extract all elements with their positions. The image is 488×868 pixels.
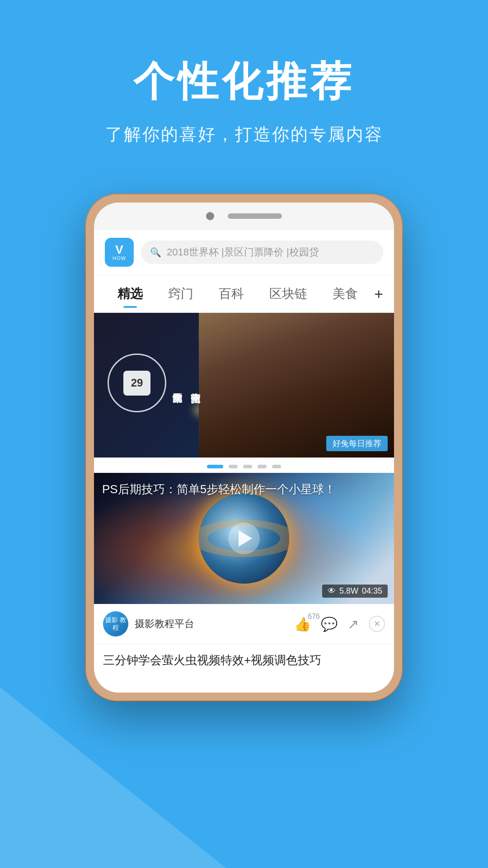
like-count: 676 — [308, 613, 320, 621]
calendar-icon: 29 — [123, 371, 150, 396]
author-avatar: 摄影 教程 — [103, 611, 128, 637]
carousel-dot-3[interactable] — [243, 465, 252, 468]
phone-top-bar — [94, 203, 394, 230]
video-footer: 摄影 教程 摄影教程平台 👍 676 💬 ↗ ✕ — [94, 604, 394, 644]
app-content: V HOW 🔍 2018世界杯 |景区门票降价 |校园贷 精选 窍门 百科 区块… — [94, 230, 394, 693]
play-icon — [239, 530, 252, 547]
video-card[interactable]: PS后期技巧：简单5步轻松制作一个小星球！ 👁 5.8W 04:35 摄影 教程… — [94, 473, 394, 644]
app-header: V HOW 🔍 2018世界杯 |景区门票降价 |校园贷 — [94, 230, 394, 275]
phone-outer-frame: V HOW 🔍 2018世界杯 |景区门票降价 |校园贷 精选 窍门 百科 区块… — [86, 194, 402, 701]
carousel-dot-4[interactable] — [258, 465, 267, 468]
search-icon: 🔍 — [150, 247, 161, 258]
video-meta: 👁 5.8W 04:35 — [322, 585, 388, 598]
phone-screen: V HOW 🔍 2018世界杯 |景区门票降价 |校园贷 精选 窍门 百科 区块… — [94, 203, 394, 693]
search-bar[interactable]: 🔍 2018世界杯 |景区门票降价 |校园贷 — [141, 241, 383, 264]
search-placeholder-text: 2018世界杯 |景区门票降价 |校园贷 — [167, 245, 319, 259]
video-thumbnail[interactable]: PS后期技巧：简单5步轻松制作一个小星球！ 👁 5.8W 04:35 — [94, 473, 394, 604]
logo-letter: V — [115, 244, 123, 255]
author-name: 摄影教程平台 — [135, 617, 288, 631]
tab-jingxuan[interactable]: 精选 — [105, 282, 155, 306]
header-section: 个性化推荐 了解你的喜好，打造你的专属内容 — [0, 54, 488, 146]
like-button[interactable]: 👍 676 — [294, 616, 311, 632]
carousel-dot-5[interactable] — [272, 465, 281, 468]
carousel-dots — [94, 458, 394, 473]
sub-title: 了解你的喜好，打造你的专属内容 — [0, 123, 488, 146]
action-icons: 👍 676 💬 ↗ ✕ — [294, 616, 385, 632]
banner-tag: 好兔每日推荐 — [326, 436, 388, 451]
banner-carousel[interactable]: 29 女性乘坐网约车 安全防范指南 好兔每日推荐 — [94, 313, 394, 458]
tab-quklian[interactable]: 区块链 — [257, 282, 320, 306]
video-duration: 04:35 — [362, 586, 382, 596]
tab-meishi[interactable]: 美食 — [320, 282, 371, 306]
calendar-circle: 29 — [108, 354, 166, 412]
logo-text: HOW — [113, 255, 126, 261]
calendar-day: 29 — [131, 377, 143, 389]
phone-bottom-spacer — [94, 675, 394, 693]
carousel-dot-1[interactable] — [207, 465, 223, 468]
app-logo[interactable]: V HOW — [105, 238, 134, 267]
camera-dot — [206, 212, 214, 220]
carousel-dot-2[interactable] — [229, 465, 238, 468]
play-button[interactable] — [228, 523, 260, 554]
phone-mockup: V HOW 🔍 2018世界杯 |景区门票降价 |校园贷 精选 窍门 百科 区块… — [86, 194, 402, 701]
video-title: PS后期技巧：简单5步轻松制作一个小星球！ — [102, 481, 386, 497]
main-title: 个性化推荐 — [0, 54, 488, 109]
tab-qiaomen[interactable]: 窍门 — [155, 282, 206, 306]
close-button[interactable]: ✕ — [369, 616, 385, 632]
views-count: 5.8W — [339, 586, 358, 596]
next-card-title: 三分钟学会萤火虫视频特效+视频调色技巧 — [103, 652, 385, 668]
next-card-preview[interactable]: 三分钟学会萤火虫视频特效+视频调色技巧 — [94, 644, 394, 675]
nav-tabs: 精选 窍门 百科 区块链 美食 + — [94, 275, 394, 313]
tab-baike[interactable]: 百科 — [206, 282, 257, 306]
banner-background: 29 女性乘坐网约车 安全防范指南 好兔每日推荐 — [94, 313, 394, 458]
speaker-bar — [228, 213, 282, 219]
add-tab-button[interactable]: + — [374, 285, 383, 303]
share-button[interactable]: ↗ — [347, 616, 359, 632]
comment-button[interactable]: 💬 — [321, 616, 338, 632]
views-icon: 👁 — [328, 586, 336, 596]
banner-left-content: 29 — [108, 354, 166, 417]
